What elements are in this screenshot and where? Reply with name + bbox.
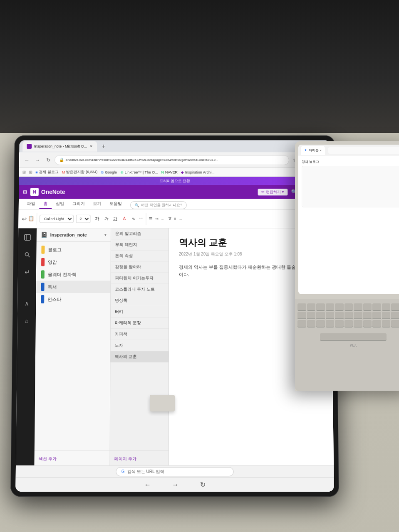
key-quote[interactable] [391,320,399,328]
page-laozi[interactable]: 노자 [111,340,169,351]
bookmark-mail[interactable]: M 받은편지함 (6,234) [62,170,98,175]
section-inspiration[interactable]: 영감 [36,256,111,268]
key-j[interactable] [354,320,362,328]
key-bracket-l[interactable] [391,312,399,319]
page-money-nature[interactable]: 돈의 속성 [111,251,169,262]
section-instagram[interactable]: 인스타 [36,293,110,305]
key-q[interactable] [297,312,306,319]
back-nav-btn[interactable]: ← [140,479,155,490]
notebook-header[interactable]: 📓 Insperation_note ▾ [37,228,111,242]
tab-insert[interactable]: 삽입 [52,199,68,209]
key-g[interactable] [335,320,344,328]
page-kostolany[interactable]: 코스톨라니 투자 노트 [111,284,169,295]
key-semicolon[interactable] [382,320,391,328]
edit-button[interactable]: ✏ 편집하기 ▾ [258,188,287,195]
tab-draw[interactable]: 그리기 [68,199,89,209]
bookmark-inspiration[interactable]: ◆ Inspiration Archi... [181,170,215,174]
key-h[interactable] [344,320,353,328]
page-sell-emotion[interactable]: 감정을 팔아라 [111,262,169,273]
refresh-btn[interactable]: ↻ [44,155,53,165]
url-search-bar[interactable]: G 검색 또는 URL 입력 [116,467,233,476]
bold-btn[interactable]: 가 [93,214,101,223]
page-meditation[interactable]: 명상록 [111,295,169,306]
page-marketer[interactable]: 마케터의 문장 [111,318,169,329]
bookmark-naver[interactable]: N NAVER [161,170,178,174]
laptop-address-bar[interactable] [328,147,399,154]
highlight-btn[interactable]: ∿ [129,214,138,223]
laptop-bookmark-1[interactable]: 경제 블로그 [302,160,319,164]
page-peter-lynch[interactable]: 피터린치 이기는투자 [111,273,169,284]
italic-btn[interactable]: 가 [102,214,110,223]
key-d[interactable] [316,320,325,328]
key-2[interactable] [316,303,325,311]
key-i[interactable] [363,312,372,319]
font-name-select[interactable]: Calibri Light [40,214,74,223]
bookmark-blog[interactable]: ■ 경제 블로그 [35,170,59,175]
key-8[interactable] [372,303,381,311]
key-a[interactable] [297,320,306,328]
key-o[interactable] [372,312,381,319]
forward-nav-btn[interactable]: → [168,479,183,490]
page-algorithm[interactable]: 운의 알고리즘 [111,228,169,239]
refresh-nav-btn[interactable]: ↻ [196,479,209,490]
underline-btn[interactable]: 가 [111,214,119,223]
premium-banner[interactable]: 프리미엄으로 전환 [19,177,330,185]
apps-icon[interactable]: ⊞ [22,170,26,175]
key-w[interactable] [307,312,316,319]
font-size-select[interactable]: 20 [76,214,91,223]
tab-view[interactable]: 보기 [89,199,106,209]
grid-icon[interactable]: ⊞ [23,189,27,195]
key-p[interactable] [382,312,391,319]
key-3[interactable] [326,303,335,311]
key-y[interactable] [344,312,353,319]
tab-file[interactable]: 파일 [23,199,40,209]
bookmark-linktree[interactable]: ⊕ Linktree™ | The O... [120,170,158,174]
section-blog[interactable]: 블로그 [36,244,110,256]
align-btn[interactable]: ≡ [174,217,176,221]
ribbon-search-bar[interactable]: 🔍 어떤 작업을 원하시나요? [130,201,187,209]
more-format-btn[interactable]: ... [139,214,144,223]
url-input[interactable]: 🔒 onedrive.live.com/redir?resid=C227603D… [55,155,289,165]
page-copybook[interactable]: 카피책 [111,329,169,340]
key-1[interactable] [307,303,316,311]
sidebar-search-icon[interactable] [21,249,33,261]
sidebar-up-icon[interactable]: ∧ [21,298,32,309]
key-4[interactable] [335,303,344,311]
page-turkey[interactable]: 터키 [111,306,169,318]
key-t[interactable] [335,312,344,319]
tab-close-btn[interactable]: ✕ [89,144,93,148]
key-l[interactable] [372,320,381,328]
back-btn[interactable]: ← [22,155,32,165]
sidebar-down-icon[interactable]: ⌂ [21,315,32,327]
sidebar-notebook-icon[interactable] [22,232,33,243]
new-tab-btn[interactable]: + [99,143,109,150]
more-btn[interactable]: ... [161,217,164,221]
add-section-btn[interactable]: 섹션 추가 [39,456,57,461]
section-reading[interactable]: 독서 [36,281,110,293]
list-btn[interactable]: ☰ [149,217,153,221]
key-k[interactable] [363,320,372,328]
more-align-btn[interactable]: ... [178,217,182,221]
key-7[interactable] [363,303,372,311]
clipboard-btn[interactable]: 📋 [28,215,34,222]
tab-home[interactable]: 홈 [39,199,52,209]
undo-btn[interactable]: ↩ [22,215,27,222]
section-allweather[interactable]: 올웨더 전자책 [36,268,111,281]
key-esc[interactable] [297,303,306,311]
tab-help[interactable]: 도움말 [105,199,126,209]
page-wealth-chain[interactable]: 부의 체인지 [111,239,169,251]
key-r[interactable] [326,312,335,319]
notebook-chevron[interactable]: ▾ [104,233,107,237]
key-u[interactable] [354,312,362,319]
key-9[interactable] [382,303,391,311]
color-btn[interactable]: A [120,214,129,223]
indent-btn[interactable]: ⇥ [155,217,159,221]
add-page-btn[interactable]: 페이지 추가 [114,456,136,461]
page-history-lesson[interactable]: 역사의 교훈 [110,351,168,362]
laptop-tab[interactable]: ★ 아이폰 × [301,146,325,155]
forward-btn[interactable]: → [33,155,42,165]
sidebar-arrow-icon[interactable]: ↵ [21,266,33,278]
active-tab[interactable]: Insperation_note - Microsoft O... ✕ [22,141,97,151]
key-5[interactable] [344,303,353,311]
key-s[interactable] [307,320,316,328]
